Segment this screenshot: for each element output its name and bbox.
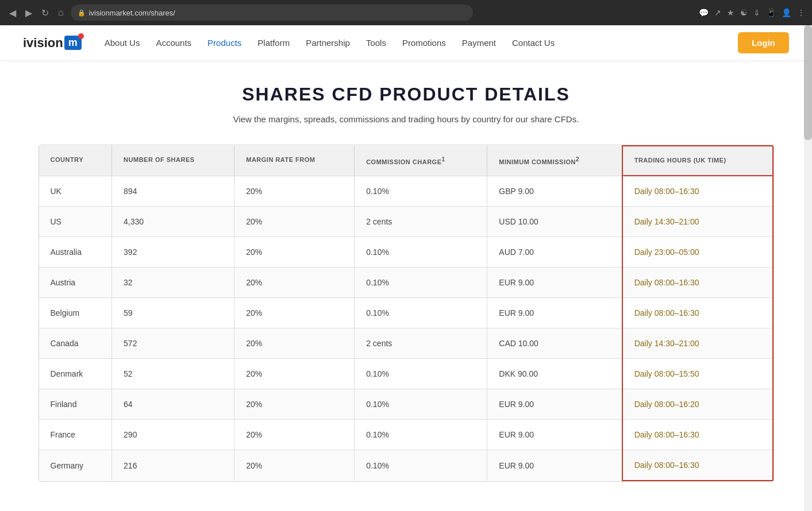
- table-cell: 20%: [234, 450, 355, 481]
- extensions-icon[interactable]: ☯: [740, 8, 748, 17]
- superscript-2: 2: [576, 156, 579, 162]
- cell-country: Austria: [39, 268, 112, 298]
- address-bar[interactable]: 🔒 ivisionmarket.com/shares/: [71, 5, 473, 21]
- logo-dot: [78, 33, 84, 39]
- table-cell: 0.10%: [355, 176, 487, 207]
- nav-partnership[interactable]: Partnership: [306, 38, 350, 48]
- table-cell: GBP 9.00: [487, 176, 622, 207]
- table-cell: CAD 10.00: [487, 328, 622, 359]
- cell-trading-hours: Daily 08:00–15:50: [622, 359, 773, 389]
- nav-contact-us[interactable]: Contact Us: [512, 38, 555, 48]
- cell-trading-hours: Daily 14:30–21:00: [622, 207, 773, 237]
- cell-trading-hours: Daily 08:00–16:30: [622, 298, 773, 328]
- table-cell: EUR 9.00: [487, 268, 622, 298]
- cell-country: Belgium: [39, 298, 112, 328]
- share-icon[interactable]: ↗: [714, 8, 721, 17]
- table-row: UK89420%0.10%GBP 9.00Daily 08:00–16:30: [39, 176, 773, 207]
- table-header-row: COUNTRY NUMBER OF SHARES MARGIN RATE FRO…: [39, 146, 773, 176]
- table-cell: 2 cents: [355, 328, 487, 359]
- cell-country: Denmark: [39, 359, 112, 389]
- nav-payment[interactable]: Payment: [462, 38, 496, 48]
- scrollbar-thumb[interactable]: [804, 25, 812, 140]
- table-cell: 290: [112, 420, 234, 450]
- logo[interactable]: ivision m: [23, 36, 82, 51]
- table-cell: 0.10%: [355, 359, 487, 389]
- nav-promotions[interactable]: Promotions: [402, 38, 446, 48]
- cell-trading-hours: Daily 08:00–16:30: [622, 176, 773, 207]
- table-cell: EUR 9.00: [487, 389, 622, 420]
- home-button[interactable]: ⌂: [56, 5, 66, 20]
- header-country: COUNTRY: [39, 146, 112, 176]
- table-cell: 20%: [234, 298, 355, 328]
- cell-country: Australia: [39, 237, 112, 268]
- table-row: Belgium5920%0.10%EUR 9.00Daily 08:00–16:…: [39, 298, 773, 328]
- bookmark-icon[interactable]: ★: [727, 8, 734, 17]
- table-cell: 0.10%: [355, 420, 487, 450]
- table-cell: 20%: [234, 359, 355, 389]
- table-cell: EUR 9.00: [487, 450, 622, 481]
- table-cell: EUR 9.00: [487, 298, 622, 328]
- table-row: Germany21620%0.10%EUR 9.00Daily 08:00–16…: [39, 450, 773, 481]
- header-min-commission: MINIMUM COMMISSION2: [487, 146, 622, 176]
- page-subtitle: View the margins, spreads, commissions a…: [39, 114, 774, 124]
- table-cell: 894: [112, 176, 234, 207]
- superscript-1: 1: [442, 156, 445, 162]
- table-cell: AUD 7.00: [487, 237, 622, 268]
- table-cell: 52: [112, 359, 234, 389]
- navbar: ivision m About Us Accounts Products Pla…: [0, 25, 812, 61]
- header-trading-hours: TRADING HOURS (UK TIME): [622, 146, 773, 176]
- menu-icon[interactable]: ⋮: [797, 8, 805, 17]
- cell-country: France: [39, 420, 112, 450]
- cell-country: Finland: [39, 389, 112, 420]
- scrollbar-track[interactable]: [804, 25, 812, 505]
- reload-button[interactable]: ↻: [39, 5, 51, 21]
- nav-accounts[interactable]: Accounts: [156, 38, 191, 48]
- forward-button[interactable]: ▶: [23, 5, 34, 21]
- back-button[interactable]: ◀: [7, 5, 18, 21]
- table-cell: 20%: [234, 389, 355, 420]
- logo-m: m: [64, 36, 82, 50]
- header-shares: NUMBER OF SHARES: [112, 146, 234, 176]
- table-cell: 20%: [234, 207, 355, 237]
- table-cell: 32: [112, 268, 234, 298]
- table-row: Austria3220%0.10%EUR 9.00Daily 08:00–16:…: [39, 268, 773, 298]
- table-cell: 0.10%: [355, 450, 487, 481]
- browser-chrome: ◀ ▶ ↻ ⌂ 🔒 ivisionmarket.com/shares/ 💬 ↗ …: [0, 0, 812, 25]
- table-cell: EUR 9.00: [487, 420, 622, 450]
- table-wrapper: COUNTRY NUMBER OF SHARES MARGIN RATE FRO…: [39, 145, 774, 482]
- table-cell: 64: [112, 389, 234, 420]
- nav-about-us[interactable]: About Us: [105, 38, 140, 48]
- table-cell: 0.10%: [355, 389, 487, 420]
- table-cell: 20%: [234, 237, 355, 268]
- main-content: SHARES CFD PRODUCT DETAILS View the marg…: [16, 61, 797, 505]
- download-icon[interactable]: ⇓: [753, 8, 760, 17]
- nav-products[interactable]: Products: [207, 38, 241, 48]
- table-cell: 20%: [234, 268, 355, 298]
- table-cell: 20%: [234, 328, 355, 359]
- table-cell: 0.10%: [355, 237, 487, 268]
- header-margin: MARGIN RATE FROM: [234, 146, 355, 176]
- table-row: US4,33020%2 centsUSD 10.00Daily 14:30–21…: [39, 207, 773, 237]
- cell-country: Germany: [39, 450, 112, 481]
- table-row: Canada57220%2 centsCAD 10.00Daily 14:30–…: [39, 328, 773, 359]
- table-cell: 0.10%: [355, 298, 487, 328]
- profile-icon[interactable]: 👤: [782, 8, 791, 17]
- table-row: Finland6420%0.10%EUR 9.00Daily 08:00–16:…: [39, 389, 773, 420]
- cell-trading-hours: Daily 14:30–21:00: [622, 328, 773, 359]
- login-button[interactable]: Login: [738, 32, 789, 53]
- cell-trading-hours: Daily 08:00–16:30: [622, 268, 773, 298]
- nav-platform[interactable]: Platform: [257, 38, 290, 48]
- shares-table: COUNTRY NUMBER OF SHARES MARGIN RATE FRO…: [39, 145, 773, 481]
- cell-country: US: [39, 207, 112, 237]
- table-row: Denmark5220%0.10%DKK 90.00Daily 08:00–15…: [39, 359, 773, 389]
- cell-country: Canada: [39, 328, 112, 359]
- cell-trading-hours: Daily 08:00–16:30: [622, 450, 773, 481]
- cell-trading-hours: Daily 08:00–16:30: [622, 420, 773, 450]
- nav-tools[interactable]: Tools: [366, 38, 386, 48]
- cell-trading-hours: Daily 08:00–16:20: [622, 389, 773, 420]
- table-cell: 59: [112, 298, 234, 328]
- table-cell: 2 cents: [355, 207, 487, 237]
- cell-trading-hours: Daily 23:00–05:00: [622, 237, 773, 268]
- tablet-icon[interactable]: 📱: [766, 8, 776, 17]
- translate-icon[interactable]: 💬: [699, 8, 709, 17]
